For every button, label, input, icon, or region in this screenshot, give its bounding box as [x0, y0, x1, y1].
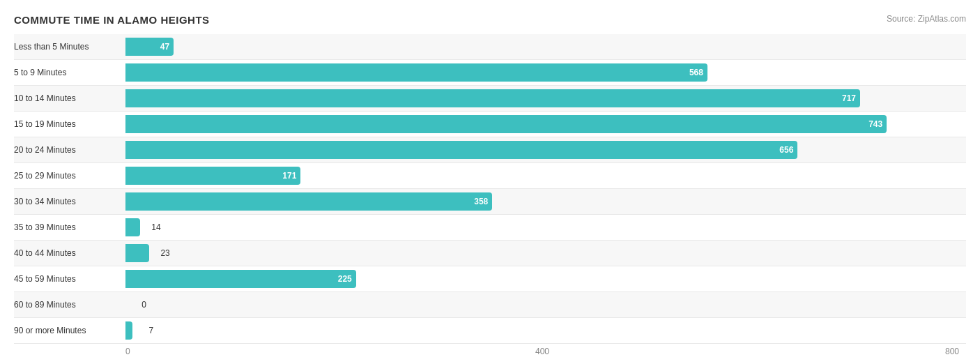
bar-row: 35 to 39 Minutes14	[14, 215, 966, 241]
x-axis-tick-label: 400	[535, 347, 549, 356]
bar-row: 30 to 34 Minutes358	[14, 189, 966, 215]
bar: 568	[125, 63, 707, 82]
bar: 717	[125, 89, 860, 107]
bar: 14	[125, 218, 140, 236]
bar: 7	[125, 321, 132, 340]
bar-label: 90 or more Minutes	[14, 326, 125, 335]
bar-area: 717	[125, 86, 966, 111]
bar-value-label: 47	[160, 42, 169, 52]
bar-area: 171	[125, 163, 966, 188]
bar-area: 47	[125, 34, 966, 59]
bar-label: 5 to 9 Minutes	[14, 68, 125, 77]
bar-value-label: 7	[149, 326, 154, 335]
bar-row: 60 to 89 Minutes0	[14, 292, 966, 318]
bar: 23	[125, 244, 149, 262]
bar: 743	[125, 115, 887, 133]
bar: 358	[125, 192, 492, 211]
bar-row: 40 to 44 Minutes23	[14, 241, 966, 266]
bar-area: 23	[125, 241, 966, 266]
bar-label: 15 to 19 Minutes	[14, 119, 125, 129]
bar: 225	[125, 270, 356, 288]
bar-label: 30 to 34 Minutes	[14, 197, 125, 206]
bar-row: 20 to 24 Minutes656	[14, 137, 966, 163]
bar-label: 25 to 29 Minutes	[14, 171, 125, 181]
bar-area: 568	[125, 60, 966, 85]
x-axis-tick-label: 800	[945, 347, 959, 356]
bar-label: 60 to 89 Minutes	[14, 300, 125, 310]
bar-value-label: 743	[868, 119, 882, 129]
bar-area: 358	[125, 189, 966, 214]
bar-label: 10 to 14 Minutes	[14, 93, 125, 103]
x-axis-tick-label: 0	[125, 347, 130, 356]
bar-area: 7	[125, 318, 966, 343]
bar-value-label: 225	[338, 274, 352, 284]
bar-value-label: 358	[474, 197, 488, 206]
bar-label: 35 to 39 Minutes	[14, 222, 125, 232]
bar: 656	[125, 141, 797, 159]
bar-row: 45 to 59 Minutes225	[14, 266, 966, 292]
bar-row: 10 to 14 Minutes717	[14, 86, 966, 112]
chart-container: COMMUTE TIME IN ALAMO HEIGHTS Source: Zi…	[0, 0, 980, 364]
bar-label: Less than 5 Minutes	[14, 42, 125, 52]
bar-row: 25 to 29 Minutes171	[14, 163, 966, 189]
chart-header: COMMUTE TIME IN ALAMO HEIGHTS Source: Zi…	[14, 14, 966, 26]
bar-area: 0	[125, 292, 966, 317]
chart-body: Less than 5 Minutes475 to 9 Minutes56810…	[14, 34, 966, 344]
bar-label: 45 to 59 Minutes	[14, 274, 125, 284]
chart-title: COMMUTE TIME IN ALAMO HEIGHTS	[14, 14, 210, 26]
bar-area: 656	[125, 137, 966, 162]
bar-value-label: 14	[151, 222, 160, 232]
bar: 171	[125, 167, 300, 185]
bar-value-label: 23	[160, 248, 169, 258]
x-axis: 0400800	[125, 347, 966, 361]
bar-value-label: 656	[779, 145, 793, 155]
bar-row: 90 or more Minutes7	[14, 318, 966, 344]
bar-value-label: 0	[141, 300, 146, 310]
bar-area: 14	[125, 215, 966, 240]
bar-label: 40 to 44 Minutes	[14, 248, 125, 258]
bar-value-label: 171	[282, 171, 296, 181]
bar-row: 5 to 9 Minutes568	[14, 60, 966, 86]
bar-row: 15 to 19 Minutes743	[14, 112, 966, 137]
bar-area: 743	[125, 112, 966, 137]
chart-source: Source: ZipAtlas.com	[887, 14, 966, 24]
bar-row: Less than 5 Minutes47	[14, 34, 966, 60]
bar-value-label: 568	[689, 68, 703, 77]
bar-label: 20 to 24 Minutes	[14, 145, 125, 155]
bar-value-label: 717	[842, 93, 856, 103]
bar: 47	[125, 38, 174, 56]
bar-area: 225	[125, 266, 966, 291]
